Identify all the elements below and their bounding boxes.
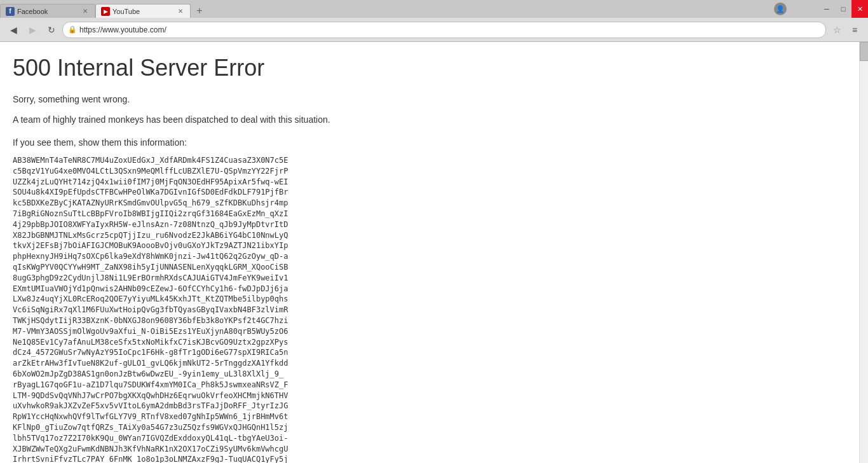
error-show-info: If you see them, show them this informat… — [13, 137, 855, 148]
forward-button[interactable]: ▶ — [24, 22, 41, 38]
new-tab-button[interactable]: + — [191, 4, 208, 18]
page-content: 500 Internal Server Error Sorry, somethi… — [0, 42, 868, 463]
tab-youtube-close[interactable]: ✕ — [176, 7, 185, 16]
close-button[interactable]: ✕ — [851, 0, 868, 18]
error-title: 500 Internal Server Error — [13, 55, 855, 81]
window-controls: 👤 ─ □ ✕ — [818, 0, 868, 18]
error-subtitle: Sorry, something went wrong. — [13, 94, 855, 104]
address-bar[interactable]: 🔒 — [62, 22, 826, 38]
maximize-button[interactable]: □ — [835, 0, 851, 18]
user-avatar-icon: 👤 — [774, 3, 787, 15]
facebook-favicon: f — [6, 7, 15, 16]
tab-youtube-label: YouTube — [112, 8, 173, 15]
error-detail: A team of highly trained monkeys has bee… — [13, 114, 855, 125]
reload-button[interactable]: ↻ — [43, 22, 60, 38]
bookmark-button[interactable]: ☆ — [829, 22, 845, 38]
tabs-bar: f Facebook ✕ ▶ YouTube ✕ + — [0, 4, 208, 18]
tab-facebook-label: Facebook — [17, 8, 78, 15]
error-code-block: AB38WEMnT4aTeNR8C7MU4uZoxUEdGxJ_XdfARDmk… — [13, 155, 432, 463]
title-bar: f Facebook ✕ ▶ YouTube ✕ + 👤 ─ □ ✕ — [0, 0, 868, 18]
back-button[interactable]: ◀ — [5, 22, 22, 38]
tab-facebook[interactable]: f Facebook ✕ — [0, 4, 95, 18]
youtube-favicon: ▶ — [101, 7, 110, 16]
tab-facebook-close[interactable]: ✕ — [81, 7, 90, 16]
security-lock-icon: 🔒 — [68, 25, 77, 34]
tab-youtube[interactable]: ▶ YouTube ✕ — [95, 4, 191, 18]
user-account-button[interactable]: 👤 — [769, 0, 792, 18]
browser-window: f Facebook ✕ ▶ YouTube ✕ + 👤 ─ □ ✕ ◀ ▶ ↻ — [0, 0, 868, 463]
url-input[interactable] — [79, 25, 820, 34]
scroll-thumb[interactable] — [860, 42, 868, 61]
minimize-button[interactable]: ─ — [818, 0, 835, 18]
navigation-bar: ◀ ▶ ↻ 🔒 ☆ ≡ — [0, 18, 868, 42]
scrollbar[interactable] — [859, 42, 868, 463]
nav-right-buttons: ☆ ≡ — [829, 22, 863, 38]
settings-menu-button[interactable]: ≡ — [846, 22, 863, 38]
